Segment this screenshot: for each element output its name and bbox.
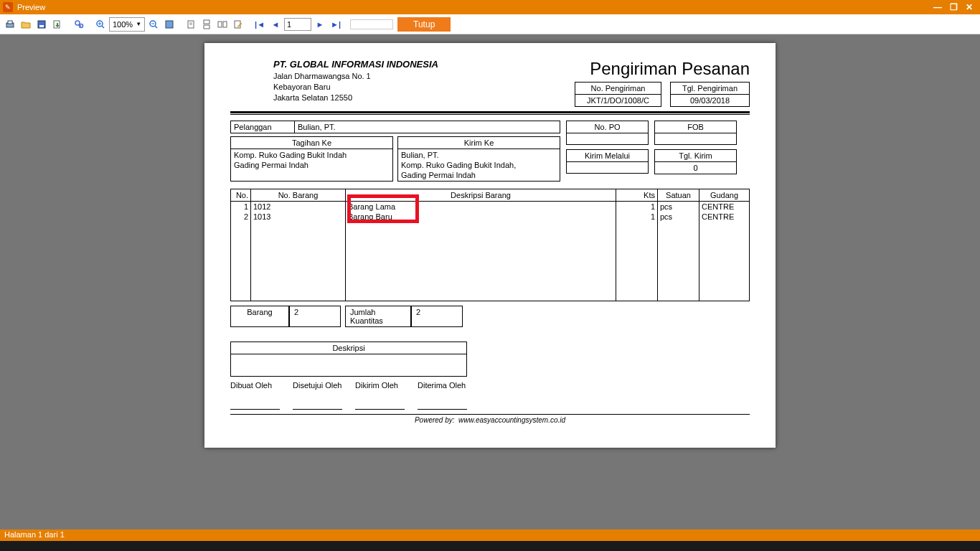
fob-box: FOB	[654, 121, 737, 145]
meta-no-value: JKT/1/DO/1008/C	[575, 95, 661, 107]
edit-button[interactable]	[231, 17, 245, 32]
minimize-button[interactable]: ―	[930, 2, 946, 12]
svg-rect-21	[218, 22, 222, 27]
continuous-page-button[interactable]	[199, 17, 214, 32]
toolbar: 100%▼ |◄ ◄ ► ►| Tutup	[0, 14, 980, 34]
col-code: No. Barang	[251, 189, 346, 202]
bill-to-label: Tagihan Ke	[231, 137, 392, 149]
col-unit: Satuan	[658, 189, 699, 202]
maximize-button[interactable]: ❐	[946, 2, 961, 12]
summary-item-value: 2	[289, 306, 341, 327]
divider	[230, 111, 750, 115]
zoom-value: 100%	[113, 20, 133, 29]
description-label: Deskripsi	[231, 342, 466, 354]
svg-rect-19	[204, 20, 209, 24]
svg-rect-1	[8, 21, 12, 24]
zoom-select[interactable]: 100%▼	[109, 17, 145, 32]
zoom-out-button[interactable]	[146, 17, 161, 32]
meta-date-label: Tgl. Pengiriman	[671, 83, 750, 95]
ship-date-value: 0	[655, 162, 737, 174]
col-desc: Deskripsi Barang	[346, 189, 616, 202]
items-table: No. No. Barang Deskripsi Barang Kts Satu…	[230, 189, 750, 301]
app-icon: ✎	[3, 2, 13, 12]
table-row: 1 1012 Barang Lama 1 pcs CENTRE	[231, 202, 750, 212]
first-page-button[interactable]: |◄	[253, 17, 267, 32]
fob-value	[655, 133, 737, 145]
ship-via-box: Kirim Melalui	[566, 149, 649, 174]
sign-approved-by: Disetujui Oleh	[293, 381, 341, 390]
prev-page-button[interactable]: ◄	[268, 17, 283, 32]
progress-indicator	[350, 19, 393, 29]
fob-label: FOB	[655, 121, 737, 133]
page-number-input[interactable]	[284, 18, 311, 31]
summary-item-label: Barang	[230, 306, 289, 327]
meta-date-value: 09/03/2018	[671, 95, 750, 107]
table-row: 2 1013 Barang Baru 1 pcs CENTRE	[231, 212, 750, 222]
svg-rect-22	[223, 22, 227, 27]
table-row-empty	[231, 222, 750, 301]
col-qty: Kts	[616, 189, 658, 202]
ship-date-label: Tgl. Kirim	[655, 150, 737, 162]
svg-rect-15	[166, 21, 173, 28]
customer-label: Pelanggan	[230, 121, 295, 133]
document-meta: No. Pengiriman Tgl. Pengiriman JKT/1/DO/…	[575, 82, 750, 107]
company-address: Jalan Dharmawangsa No. 1 Kebayoran Baru …	[273, 71, 438, 103]
summary-row: Barang 2 Jumlah Kuantitas 2	[230, 306, 750, 327]
status-bar: Halaman 1 dari 1	[0, 529, 980, 551]
ship-via-label: Kirim Melalui	[567, 150, 649, 162]
ship-via-value	[567, 162, 649, 174]
report-page: PT. GLOBAL INFORMASI INDONESIA Jalan Dha…	[204, 43, 776, 448]
window-title: Preview	[17, 3, 45, 11]
report-footer: Powered by: www.easyaccountingsystem.co.…	[230, 414, 750, 424]
sign-sent-by: Dikirim Oleh	[355, 381, 398, 390]
ship-to-box: Kirim Ke Bulian, PT. Komp. Ruko Gading B…	[397, 136, 560, 182]
po-box: No. PO	[566, 121, 649, 145]
title-bar: ✎ Preview ― ❐ ✕	[0, 0, 980, 14]
po-value	[567, 133, 649, 145]
open-button[interactable]	[19, 17, 33, 32]
close-window-button[interactable]: ✕	[961, 2, 977, 12]
svg-rect-3	[39, 25, 44, 27]
ship-to-label: Kirim Ke	[398, 137, 560, 149]
chevron-down-icon: ▼	[136, 21, 141, 27]
svg-rect-20	[204, 25, 209, 29]
status-text: Halaman 1 dari 1	[4, 530, 65, 539]
facing-page-button[interactable]	[215, 17, 230, 32]
summary-qty-value: 2	[411, 306, 463, 327]
single-page-button[interactable]	[184, 17, 198, 32]
customer-value: Bulian, PT.	[295, 121, 560, 133]
col-no: No.	[231, 189, 251, 202]
company-name: PT. GLOBAL INFORMASI INDONESIA	[273, 59, 438, 70]
po-label: No. PO	[567, 121, 649, 133]
svg-line-13	[155, 26, 157, 28]
preview-viewport[interactable]: PT. GLOBAL INFORMASI INDONESIA Jalan Dha…	[0, 34, 980, 529]
close-preview-button[interactable]: Tutup	[397, 17, 451, 32]
next-page-button[interactable]: ►	[313, 17, 327, 32]
col-warehouse: Gudang	[699, 189, 750, 202]
export-button[interactable]	[50, 17, 65, 32]
zoom-in-button[interactable]	[93, 17, 108, 32]
bill-to-box: Tagihan Ke Komp. Ruko Gading Bukit Indah…	[230, 136, 393, 182]
signature-row: Dibuat Oleh Disetujui Oleh Dikirim Oleh …	[230, 381, 467, 410]
find-button[interactable]	[72, 17, 86, 32]
summary-qty-label: Jumlah Kuantitas	[345, 306, 411, 327]
description-box: Deskripsi	[230, 342, 467, 377]
document-title: Pengiriman Pesanan	[575, 59, 750, 79]
last-page-button[interactable]: ►|	[329, 17, 343, 32]
save-button[interactable]	[34, 17, 49, 32]
meta-no-label: No. Pengiriman	[575, 83, 661, 95]
fullscreen-button[interactable]	[162, 17, 176, 32]
ship-date-box: Tgl. Kirim 0	[654, 149, 737, 174]
sign-created-by: Dibuat Oleh	[230, 381, 272, 390]
svg-line-9	[102, 26, 104, 28]
print-button[interactable]	[3, 17, 17, 32]
sign-received-by: Diterima Oleh	[418, 381, 466, 390]
